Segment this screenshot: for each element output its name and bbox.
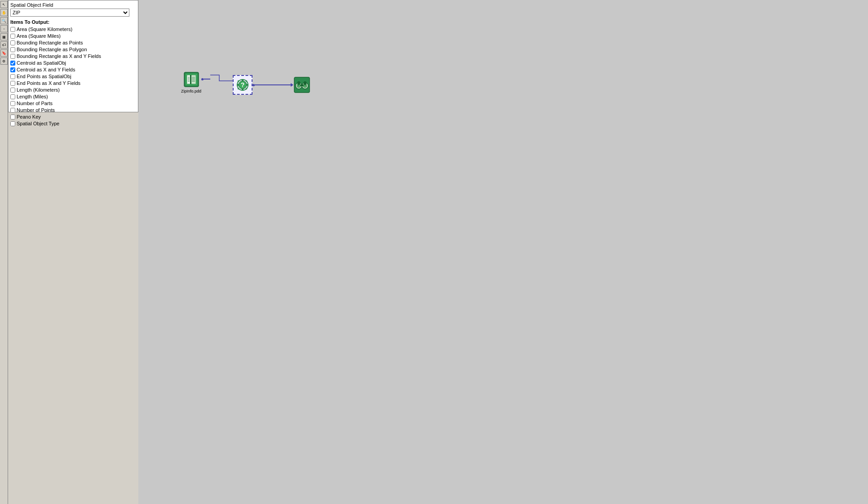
area-sq-km-label: Area (Square Kilometers) <box>17 27 72 32</box>
centroid-spatialobj-checkbox[interactable] <box>10 61 15 66</box>
list-item: Centroid as SpatialObj <box>10 60 136 66</box>
num-points-checkbox[interactable] <box>10 108 15 113</box>
zoom-in-icon[interactable]: 🔍 <box>0 17 8 24</box>
workflow-diagram: ZipInfo.pdd ? <box>181 70 310 95</box>
svg-rect-18 <box>237 84 239 86</box>
list-item: Area (Square Kilometers) <box>10 26 136 32</box>
question-node-icon: ? <box>233 75 252 95</box>
centroid-xy-label: Centroid as X and Y Fields <box>17 67 75 72</box>
zipinfo-node[interactable]: ZipInfo.pdd <box>181 71 201 93</box>
main-canvas: ZipInfo.pdd ? <box>138 0 868 504</box>
list-item: End Points as X and Y Fields <box>10 80 136 86</box>
bounding-rect-points-checkbox[interactable] <box>10 40 15 45</box>
question-node[interactable]: ? <box>233 75 252 95</box>
list-item: Length (Miles) <box>10 93 136 100</box>
length-km-label: Length (Kilometers) <box>17 87 60 93</box>
list-item: Bounding Rectangle as X and Y Fields <box>10 53 136 59</box>
list-item: Centroid as X and Y Fields <box>10 66 136 73</box>
area-sq-mi-label: Area (Square Miles) <box>17 33 61 39</box>
items-to-output-label: Items To Output: <box>10 19 136 25</box>
left-toolbar: ↖ ✋ 🔍 － ▦ 🏷 🔖 ⚙ <box>0 0 8 504</box>
list-item: Area (Square Miles) <box>10 33 136 39</box>
svg-rect-32 <box>297 81 300 85</box>
area-sq-mi-checkbox[interactable] <box>10 34 15 39</box>
tag-icon[interactable]: 🏷 <box>0 41 8 49</box>
bounding-rect-xy-checkbox[interactable] <box>10 54 15 59</box>
endpoints-spatialobj-checkbox[interactable] <box>10 74 15 79</box>
endpoints-xy-label: End Points as X and Y Fields <box>17 80 80 86</box>
svg-rect-31 <box>300 84 304 86</box>
zipinfo-node-label: ZipInfo.pdd <box>181 89 201 93</box>
svg-rect-4 <box>190 75 191 84</box>
list-item: Spatial Object Type <box>10 120 136 127</box>
hand-icon[interactable]: ✋ <box>0 9 8 16</box>
spatial-obj-type-label: Spatial Object Type <box>17 121 59 126</box>
field-label: Spatial Object Field <box>10 2 136 8</box>
select-icon[interactable]: ▦ <box>0 33 8 40</box>
connector-1 <box>201 75 233 84</box>
binoculars-node[interactable] <box>293 76 310 93</box>
svg-rect-19 <box>247 84 248 86</box>
properties-icon[interactable]: ⚙ <box>0 57 8 65</box>
book-icon <box>183 71 200 88</box>
peano-key-checkbox[interactable] <box>10 115 15 119</box>
list-item: Number of Points <box>10 107 136 113</box>
endpoints-spatialobj-label: End Points as SpatialObj <box>17 74 71 79</box>
connector-2 <box>252 83 293 87</box>
spatial-obj-type-checkbox[interactable] <box>10 121 15 126</box>
length-mi-checkbox[interactable] <box>10 94 15 99</box>
peano-key-label: Peano Key <box>17 114 41 119</box>
list-item: Number of Parts <box>10 100 136 106</box>
bookmark-icon[interactable]: 🔖 <box>0 49 8 57</box>
length-mi-label: Length (Miles) <box>17 94 48 99</box>
list-item: End Points as SpatialObj <box>10 73 136 80</box>
bounding-rect-polygon-checkbox[interactable] <box>10 47 15 52</box>
zoom-out-icon[interactable]: － <box>0 25 8 32</box>
num-points-label: Number of Points <box>17 107 55 113</box>
dropdown-container: ZIP <box>10 9 136 17</box>
binoculars-icon <box>293 76 310 93</box>
area-sq-km-checkbox[interactable] <box>10 27 15 32</box>
list-item: Bounding Rectangle as Points <box>10 40 136 46</box>
centroid-spatialobj-label: Centroid as SpatialObj <box>17 60 66 66</box>
bounding-rect-xy-label: Bounding Rectangle as X and Y Fields <box>17 53 101 59</box>
spatial-object-field-select[interactable]: ZIP <box>10 9 129 17</box>
cursor-icon[interactable]: ↖ <box>0 1 8 8</box>
svg-point-30 <box>304 85 306 87</box>
svg-text:?: ? <box>241 81 245 88</box>
list-item: Peano Key <box>10 114 136 120</box>
num-parts-checkbox[interactable] <box>10 101 15 106</box>
svg-rect-17 <box>242 89 244 91</box>
left-panel: Spatial Object Field ZIP Items To Output… <box>8 0 138 112</box>
svg-point-27 <box>298 85 300 87</box>
svg-rect-33 <box>304 81 306 85</box>
bounding-rect-polygon-label: Bounding Rectangle as Polygon <box>17 47 87 52</box>
length-km-checkbox[interactable] <box>10 88 15 93</box>
svg-rect-16 <box>242 79 244 81</box>
list-item: Bounding Rectangle as Polygon <box>10 46 136 53</box>
bounding-rect-points-label: Bounding Rectangle as Points <box>17 40 83 45</box>
endpoints-xy-checkbox[interactable] <box>10 81 15 86</box>
list-item: Length (Kilometers) <box>10 87 136 93</box>
checkbox-list: Area (Square Kilometers) Area (Square Mi… <box>10 26 136 127</box>
num-parts-label: Number of Parts <box>17 101 53 106</box>
centroid-xy-checkbox[interactable] <box>10 67 15 72</box>
